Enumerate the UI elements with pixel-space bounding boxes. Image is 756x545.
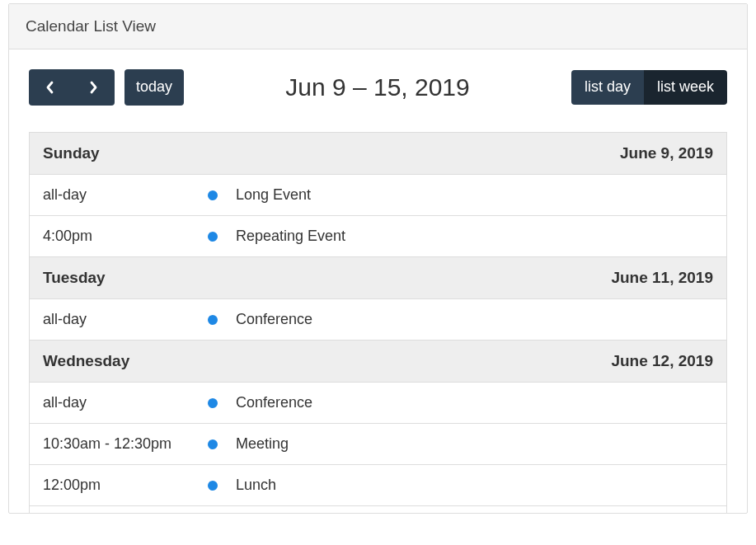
day-date: June 9, 2019: [620, 144, 713, 162]
event-time: 10:30am - 12:30pm: [43, 435, 208, 453]
event-list[interactable]: SundayJune 9, 2019all-dayLong Event4:00p…: [29, 132, 727, 513]
event-title: Repeating Event: [236, 228, 713, 245]
day-header[interactable]: WednesdayJune 12, 2019: [30, 341, 726, 383]
date-range-title: Jun 9 – 15, 2019: [285, 73, 470, 101]
list-day-button[interactable]: list day: [571, 70, 644, 105]
day-of-week: Wednesday: [43, 352, 129, 370]
event-dot-icon: [208, 315, 218, 325]
event-time: all-day: [43, 394, 208, 411]
calendar-panel: Calendar List View today Jun 9 – 15, 201…: [8, 3, 748, 514]
view-switcher: list day list week: [571, 70, 727, 105]
event-dot-icon: [208, 481, 218, 491]
event-time: all-day: [43, 311, 208, 328]
event-time: 12:00pm: [43, 477, 208, 494]
day-of-week: Tuesday: [43, 269, 106, 287]
nav-button-group: [29, 69, 115, 106]
day-header[interactable]: TuesdayJune 11, 2019: [30, 257, 726, 299]
event-time: 4:00pm: [43, 228, 208, 245]
event-dot-icon: [208, 232, 218, 242]
event-dot-icon: [208, 439, 218, 449]
day-date: June 12, 2019: [611, 352, 713, 370]
event-row[interactable]: all-dayConference: [30, 383, 726, 424]
event-row[interactable]: 12:00pmLunch: [30, 465, 726, 506]
event-title: Conference: [236, 394, 713, 411]
event-row[interactable]: all-dayLong Event: [30, 175, 726, 216]
next-button[interactable]: [72, 69, 115, 106]
chevron-left-icon: [45, 80, 56, 95]
event-row[interactable]: 4:00pmRepeating Event: [30, 216, 726, 257]
today-button[interactable]: today: [124, 69, 184, 106]
event-row[interactable]: all-dayConference: [30, 299, 726, 341]
event-row[interactable]: 10:30am - 12:30pmMeeting: [30, 424, 726, 465]
toolbar-left: today: [29, 69, 184, 106]
day-of-week: Sunday: [43, 144, 100, 162]
event-dot-icon: [208, 398, 218, 408]
panel-title: Calendar List View: [9, 4, 747, 49]
event-title: Lunch: [236, 477, 713, 494]
event-dot-icon: [208, 190, 218, 200]
day-date: June 11, 2019: [611, 269, 713, 287]
chevron-right-icon: [87, 80, 99, 95]
calendar-toolbar: today Jun 9 – 15, 2019 list day list wee…: [9, 49, 747, 119]
event-title: Long Event: [236, 186, 713, 204]
event-time: all-day: [43, 186, 208, 204]
prev-button[interactable]: [29, 69, 72, 106]
event-title: Conference: [236, 311, 713, 328]
event-title: Meeting: [236, 435, 713, 453]
day-header[interactable]: SundayJune 9, 2019: [30, 133, 726, 175]
list-week-button[interactable]: list week: [644, 70, 727, 105]
